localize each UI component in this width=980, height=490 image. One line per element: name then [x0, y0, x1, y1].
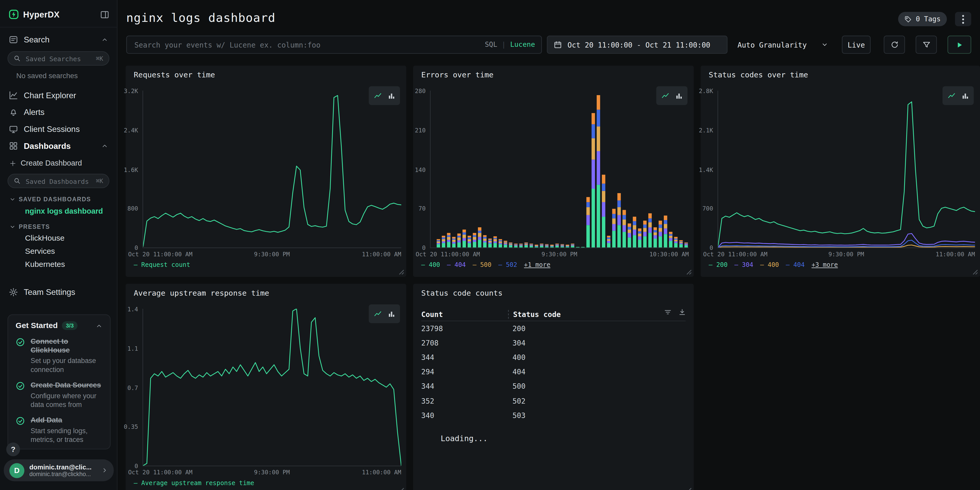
lucene-toggle[interactable]: Lucene: [510, 41, 535, 49]
user-menu[interactable]: D dominic.tran@clic... dominic.tran@clic…: [4, 460, 114, 481]
filter-lines-icon[interactable]: [664, 308, 672, 317]
table-row[interactable]: 344500: [422, 379, 686, 394]
get-started-item[interactable]: Add Data Start sending logs, metrics, or…: [16, 416, 103, 444]
sidebar-item-services[interactable]: Services: [0, 245, 117, 258]
monitor-icon: [9, 124, 18, 134]
legend-item[interactable]: — 304: [735, 261, 753, 268]
legend-item[interactable]: — 502: [498, 261, 517, 268]
step-description: Set up your database connection: [30, 356, 103, 374]
cell-status-code: 200: [508, 324, 525, 333]
group-label: SAVED DASHBOARDS: [19, 196, 91, 202]
filter-button[interactable]: [916, 36, 937, 54]
sidebar-item-alerts[interactable]: Alerts: [0, 104, 117, 121]
chart-legend: — Average upstream response time: [134, 479, 254, 487]
search-icon: [14, 177, 21, 185]
event-search-input[interactable]: [133, 40, 480, 49]
chevron-right-icon: [101, 467, 108, 474]
get-started-item[interactable]: Connect to ClickHouse Set up your databa…: [16, 337, 103, 374]
dashboards-grid-icon: [9, 141, 18, 150]
resize-handle[interactable]: [686, 269, 692, 275]
line-chart-icon[interactable]: [947, 92, 955, 100]
run-query-button[interactable]: [948, 36, 971, 54]
resize-handle[interactable]: [399, 487, 404, 490]
table-row[interactable]: 23798200: [422, 321, 686, 336]
chart-explorer-icon: [9, 91, 18, 100]
tags-button[interactable]: 0 Tags: [898, 12, 947, 26]
bar-chart-icon[interactable]: [387, 92, 395, 100]
legend-item[interactable]: — 404: [447, 261, 466, 268]
legend-item[interactable]: — 400: [422, 261, 440, 268]
bar-chart-icon[interactable]: [675, 92, 683, 100]
bar-chart-icon[interactable]: [961, 92, 969, 100]
help-button[interactable]: ?: [6, 442, 20, 456]
legend-item[interactable]: — 400: [760, 261, 779, 268]
sidebar-item-client-sessions[interactable]: Client Sessions: [0, 121, 117, 138]
hyperdx-logo-icon: [9, 9, 19, 19]
sidebar-section-search[interactable]: Search: [0, 27, 117, 48]
refresh-button[interactable]: [884, 36, 905, 54]
tag-icon: [904, 16, 912, 23]
sidebar-item-team-settings[interactable]: Team Settings: [0, 284, 117, 301]
create-dashboard-button[interactable]: Create Dashboard: [0, 154, 117, 170]
legend-more-link[interactable]: +1 more: [524, 261, 550, 268]
panel-status-code-counts: Status code counts Count Status code 237…: [413, 284, 694, 490]
legend-item[interactable]: — 500: [473, 261, 491, 268]
table-header: Count Status code: [422, 307, 686, 321]
panel-average-upstream-response-time: Average upstream response time 00.350.71…: [126, 284, 406, 490]
saved-dashboards-input[interactable]: [24, 177, 92, 185]
more-options-button[interactable]: [955, 12, 971, 26]
sidebar-item-dashboards[interactable]: Dashboards: [0, 138, 117, 154]
sidebar-item-nginx-logs-dashboard[interactable]: nginx logs dashboard: [0, 204, 117, 218]
line-chart-icon[interactable]: [374, 310, 382, 318]
chart-plot[interactable]: [718, 91, 975, 248]
get-started-header[interactable]: Get Started 3/3: [16, 321, 103, 330]
table-row[interactable]: 344400: [422, 350, 686, 364]
table-row[interactable]: 294404: [422, 365, 686, 379]
date-range-picker[interactable]: Oct 20 11:00:00 - Oct 21 11:00:00: [547, 36, 727, 54]
group-presets[interactable]: PRESETS: [0, 218, 117, 232]
legend-item[interactable]: — 404: [786, 261, 805, 268]
resize-handle[interactable]: [686, 487, 692, 490]
column-header-status-code[interactable]: Status code: [508, 310, 686, 318]
sidebar-item-label: Client Sessions: [24, 124, 108, 134]
chart-plot[interactable]: [430, 91, 689, 248]
live-button[interactable]: Live: [842, 36, 871, 54]
toggle-divider: |: [501, 41, 506, 49]
get-started-item[interactable]: Create Data Sources Configure where your…: [16, 381, 103, 409]
line-chart-icon[interactable]: [661, 92, 669, 100]
bar-chart-icon[interactable]: [387, 310, 395, 318]
table-row[interactable]: 2708304: [422, 336, 686, 350]
granularity-value: Auto Granularity: [738, 40, 816, 49]
line-chart-icon[interactable]: [374, 92, 382, 100]
legend-item[interactable]: — Request count: [134, 261, 190, 268]
collapse-sidebar-icon[interactable]: [100, 10, 109, 19]
cell-count: 352: [422, 397, 508, 406]
legend-item[interactable]: — Average upstream response time: [134, 479, 254, 487]
search-icon: [14, 55, 21, 62]
chart-plot[interactable]: [142, 91, 401, 248]
x-axis-labels: Oct 20 11:00:00 AM9:30:00 PM10:30:00 AM: [430, 251, 689, 258]
table-row[interactable]: 352502: [422, 394, 686, 408]
column-header-count[interactable]: Count: [422, 310, 508, 318]
legend-item[interactable]: — 200: [709, 261, 727, 268]
step-title: Create Data Sources: [30, 381, 103, 390]
sidebar-item-clickhouse[interactable]: ClickHouse: [0, 232, 117, 245]
table-row[interactable]: 340503: [422, 408, 686, 423]
granularity-select[interactable]: Auto Granularity: [738, 40, 828, 49]
chart-legend: — 200— 304— 400— 404+3 more: [709, 261, 838, 268]
group-saved-dashboards[interactable]: SAVED DASHBOARDS: [0, 191, 117, 204]
resize-handle[interactable]: [972, 269, 978, 275]
sidebar-item-chart-explorer[interactable]: Chart Explorer: [0, 87, 117, 104]
saved-searches-input[interactable]: [24, 54, 92, 63]
step-title: Add Data: [30, 416, 103, 425]
chart-plot[interactable]: [142, 309, 401, 466]
sidebar-item-label: Chart Explorer: [24, 91, 108, 100]
sql-toggle[interactable]: SQL: [485, 41, 497, 49]
resize-handle[interactable]: [399, 269, 404, 275]
legend-more-link[interactable]: +3 more: [811, 261, 838, 268]
sidebar-item-kubernetes[interactable]: Kubernetes: [0, 258, 117, 271]
page-title: nginx logs dashboard: [126, 11, 275, 24]
panel-errors-over-time: Errors over time 070140210280 Oct 20 11:…: [413, 65, 694, 277]
download-icon[interactable]: [678, 308, 686, 317]
chart-type-toggle: [942, 86, 974, 105]
